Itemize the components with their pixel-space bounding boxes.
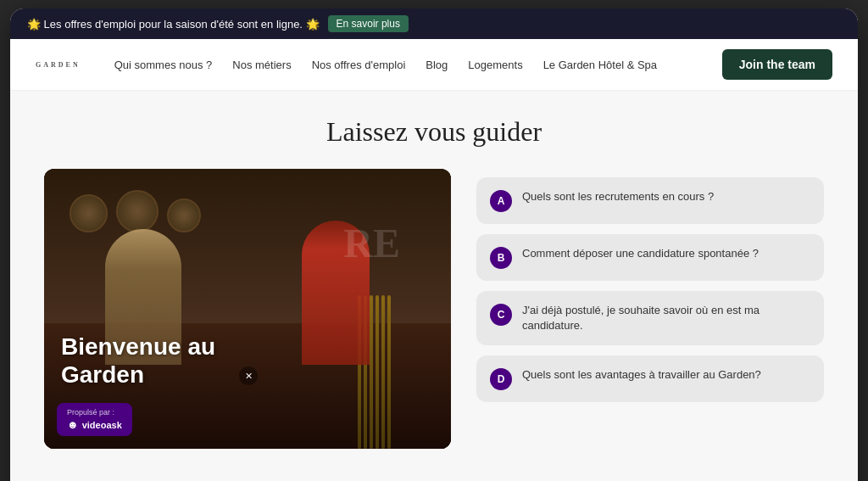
- nav-qui-sommes-nous[interactable]: Qui sommes nous ?: [114, 59, 213, 71]
- videoask-icon: ☻: [67, 418, 79, 431]
- background-sign: RE: [343, 220, 400, 266]
- option-b[interactable]: B Comment déposer une candidature sponta…: [476, 234, 824, 281]
- logo: GARDEN: [36, 61, 81, 69]
- video-panel[interactable]: RE Bienvenue auGarden ✕ Propulsé par : ☻…: [44, 169, 451, 449]
- scene-line-4: [376, 295, 379, 450]
- options-panel: A Quels sont les recrutements en cours ?…: [476, 169, 824, 402]
- content-grid: RE Bienvenue auGarden ✕ Propulsé par : ☻…: [44, 169, 824, 449]
- join-team-button[interactable]: Join the team: [722, 49, 832, 80]
- announcement-bar: 🌟 Les offres d'emploi pour la saison d'é…: [10, 8, 858, 39]
- browser-frame: 🌟 Les offres d'emploi pour la saison d'é…: [10, 8, 858, 481]
- wall-decor-3: [167, 199, 201, 232]
- wall-decor-2: [116, 190, 159, 232]
- scene-line-6: [387, 295, 391, 450]
- main-content: Laissez vous guider: [10, 91, 858, 481]
- nav-blog[interactable]: Blog: [426, 59, 448, 71]
- option-c-text: J'ai déjà postulé, je souhaite savoir où…: [522, 303, 810, 333]
- option-b-text: Comment déposer une candidature spontané…: [522, 246, 759, 261]
- nav-nos-metiers[interactable]: Nos métiers: [232, 59, 291, 71]
- brand-name: ☻ videoask: [67, 418, 122, 431]
- option-d-badge: D: [490, 368, 512, 390]
- nav-offres-emploi[interactable]: Nos offres d'emploi: [312, 59, 406, 71]
- nav-garden-hotel[interactable]: Le Garden Hôtel & Spa: [543, 59, 657, 71]
- learn-more-button[interactable]: En savoir plus: [328, 15, 409, 32]
- logo-text: GARDEN: [36, 61, 81, 69]
- powered-by-badge: Propulsé par : ☻ videoask: [57, 403, 132, 436]
- wall-decor-1: [70, 194, 108, 232]
- videoask-brand-text: videoask: [82, 420, 122, 430]
- powered-by-label: Propulsé par :: [67, 408, 122, 417]
- section-title: Laissez vous guider: [44, 116, 824, 148]
- option-b-badge: B: [490, 247, 512, 269]
- close-video-button[interactable]: ✕: [239, 366, 258, 385]
- option-a-text: Quels sont les recrutements en cours ?: [522, 189, 714, 204]
- scene-line-5: [381, 295, 385, 450]
- option-d[interactable]: D Quels sont les avantages à travailler …: [476, 355, 824, 402]
- announcement-text: 🌟 Les offres d'emploi pour la saison d'é…: [27, 18, 320, 31]
- option-a-badge: A: [490, 190, 512, 212]
- option-c-badge: C: [490, 304, 512, 326]
- nav-links: Qui sommes nous ? Nos métiers Nos offres…: [114, 59, 697, 71]
- nav-logements[interactable]: Logements: [468, 59, 522, 71]
- option-c[interactable]: C J'ai déjà postulé, je souhaite savoir …: [476, 291, 824, 345]
- scene-line-3: [370, 295, 373, 450]
- navbar: GARDEN Qui sommes nous ? Nos métiers Nos…: [10, 39, 858, 91]
- video-overlay-text: Bienvenue auGarden: [61, 333, 215, 389]
- option-a[interactable]: A Quels sont les recrutements en cours ?: [476, 177, 824, 224]
- option-d-text: Quels sont les avantages à travailler au…: [522, 367, 761, 383]
